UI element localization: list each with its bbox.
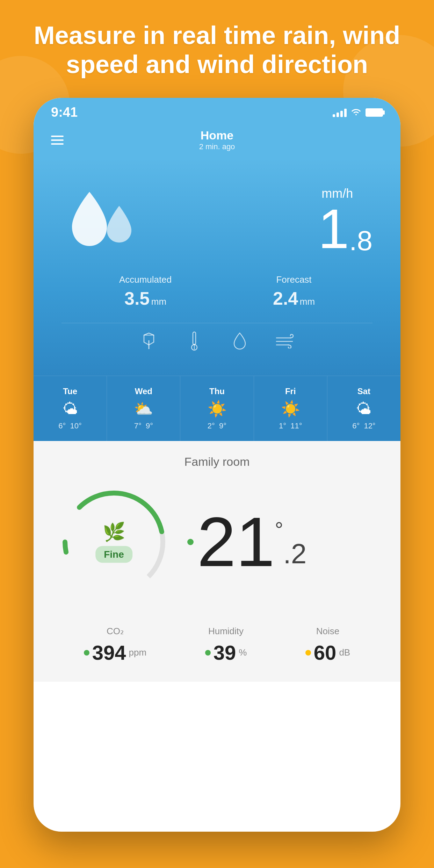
indoor-section: Family room 🌿 Fine 21 ° .2 bbox=[34, 441, 400, 682]
co2-value: 394 bbox=[92, 641, 126, 664]
noise-unit: dB bbox=[339, 647, 350, 658]
forecast-value: 2.4 bbox=[273, 288, 298, 309]
temp-status-dot bbox=[187, 539, 194, 545]
plant-sensor-icon[interactable] bbox=[138, 330, 159, 351]
noise-value: 60 bbox=[314, 641, 337, 664]
noise-stat: Noise 60 dB bbox=[305, 626, 350, 664]
humidity-value-row: 39 % bbox=[205, 641, 247, 664]
forecast-day-tue: Tue 🌤 6° 10° bbox=[34, 376, 107, 441]
co2-status-dot bbox=[84, 650, 89, 656]
forecast-icon-fri: ☀️ bbox=[258, 401, 324, 417]
temp-degree-symbol: ° bbox=[275, 507, 283, 542]
accumulated-value-row: 3.5 mm bbox=[119, 288, 172, 309]
forecast-icon-sat: 🌤 bbox=[331, 401, 397, 417]
status-time: 9:41 bbox=[51, 105, 78, 120]
gauge-center: 🌿 Fine bbox=[95, 521, 132, 563]
forecast-day-name-fri: Fri bbox=[258, 386, 324, 396]
temp-integer: 21 bbox=[197, 507, 275, 577]
indoor-stats-row: CO₂ 394 ppm Humidity 39 % Noise bbox=[55, 619, 379, 664]
forecast-temps-thu: 2° 9° bbox=[184, 421, 250, 431]
rain-decimal: .8 bbox=[349, 225, 372, 256]
forecast-icon-thu: ☀️ bbox=[184, 401, 250, 417]
humidity-sensor-icon[interactable] bbox=[229, 330, 250, 351]
nav-bar: Home 2 min. ago bbox=[34, 123, 400, 158]
header-title: Measure in real time rain, wind speed an… bbox=[28, 21, 406, 79]
hamburger-line-2 bbox=[51, 139, 64, 141]
hamburger-line-1 bbox=[51, 136, 64, 137]
header-section: Measure in real time rain, wind speed an… bbox=[0, 0, 434, 93]
rain-section: mm/h 1.8 Accumulated 3.5 mm Forecast 2.4… bbox=[34, 158, 400, 376]
humidity-unit: % bbox=[239, 647, 247, 658]
co2-value-row: 394 ppm bbox=[84, 641, 146, 664]
thermometer-sensor-icon[interactable] bbox=[184, 330, 205, 351]
nav-title: Home bbox=[199, 129, 235, 142]
rain-stats: Accumulated 3.5 mm Forecast 2.4 mm bbox=[62, 274, 372, 309]
temperature-display: 21 ° .2 bbox=[173, 507, 379, 577]
rain-number: 1.8 bbox=[318, 201, 372, 257]
forecast-icon-tue: 🌤 bbox=[37, 401, 103, 417]
forecast-temps-sat: 6° 12° bbox=[331, 421, 397, 431]
accumulated-stat: Accumulated 3.5 mm bbox=[119, 274, 172, 309]
rain-value: mm/h 1.8 bbox=[318, 176, 372, 257]
leaf-icon: 🌿 bbox=[95, 521, 132, 543]
hamburger-line-3 bbox=[51, 143, 64, 145]
rain-main: mm/h 1.8 bbox=[62, 176, 372, 257]
forecast-temps-fri: 1° 11° bbox=[258, 421, 324, 431]
nav-center: Home 2 min. ago bbox=[199, 129, 235, 151]
indoor-room-title: Family room bbox=[55, 455, 379, 469]
forecast-label: Forecast bbox=[273, 274, 315, 285]
humidity-value: 39 bbox=[214, 641, 236, 664]
forecast-temps-wed: 7° 9° bbox=[110, 421, 176, 431]
battery-icon bbox=[366, 108, 383, 117]
humidity-status-dot bbox=[205, 650, 211, 656]
accumulated-label: Accumulated bbox=[119, 274, 172, 285]
co2-label: CO₂ bbox=[84, 626, 146, 637]
co2-stat: CO₂ 394 ppm bbox=[84, 626, 146, 664]
rain-drops-icon bbox=[62, 181, 145, 251]
forecast-icon-wed: ⛅ bbox=[110, 401, 176, 417]
forecast-day-name-thu: Thu bbox=[184, 386, 250, 396]
co2-unit: ppm bbox=[129, 647, 147, 658]
sensor-icons-row bbox=[62, 323, 372, 362]
nav-subtitle: 2 min. ago bbox=[199, 142, 235, 151]
forecast-day-name-sat: Sat bbox=[331, 386, 397, 396]
menu-button[interactable] bbox=[51, 136, 64, 145]
status-bar: 9:41 bbox=[34, 98, 400, 123]
noise-status-dot bbox=[305, 650, 311, 656]
forecast-value-row: 2.4 mm bbox=[273, 288, 315, 309]
humidity-stat: Humidity 39 % bbox=[205, 626, 247, 664]
air-quality-gauge: 🌿 Fine bbox=[55, 483, 173, 601]
wifi-icon bbox=[351, 107, 361, 118]
forecast-unit: mm bbox=[300, 296, 315, 307]
signal-bars-icon bbox=[333, 108, 347, 117]
rain-integer: 1 bbox=[318, 201, 349, 257]
forecast-temps-tue: 6° 10° bbox=[37, 421, 103, 431]
forecast-stat: Forecast 2.4 mm bbox=[273, 274, 315, 309]
temp-decimal: .2 bbox=[283, 538, 306, 577]
phone-mockup: 9:41 Home 2 min. ago bbox=[34, 98, 400, 832]
indoor-main: 🌿 Fine 21 ° .2 bbox=[55, 483, 379, 601]
forecast-row: Tue 🌤 6° 10° Wed ⛅ 7° 9° Thu ☀️ 2° 9° Fr… bbox=[34, 376, 400, 441]
accumulated-value: 3.5 bbox=[124, 288, 150, 309]
forecast-day-name-wed: Wed bbox=[110, 386, 176, 396]
forecast-day-wed: Wed ⛅ 7° 9° bbox=[107, 376, 180, 441]
forecast-day-name-tue: Tue bbox=[37, 386, 103, 396]
forecast-day-sat: Sat 🌤 6° 12° bbox=[327, 376, 400, 441]
signal-bar-3 bbox=[340, 111, 343, 117]
signal-bar-1 bbox=[333, 114, 335, 117]
forecast-day-thu: Thu ☀️ 2° 9° bbox=[180, 376, 254, 441]
noise-label: Noise bbox=[305, 626, 350, 637]
gauge-status-label: Fine bbox=[95, 546, 132, 563]
noise-value-row: 60 dB bbox=[305, 641, 350, 664]
status-icons bbox=[333, 107, 383, 118]
forecast-day-fri: Fri ☀️ 1° 11° bbox=[254, 376, 327, 441]
wind-sensor-icon[interactable] bbox=[275, 330, 296, 351]
svg-rect-0 bbox=[193, 332, 196, 345]
humidity-label: Humidity bbox=[205, 626, 247, 637]
accumulated-unit: mm bbox=[151, 296, 166, 307]
signal-bar-2 bbox=[337, 113, 339, 117]
signal-bar-4 bbox=[344, 109, 347, 117]
